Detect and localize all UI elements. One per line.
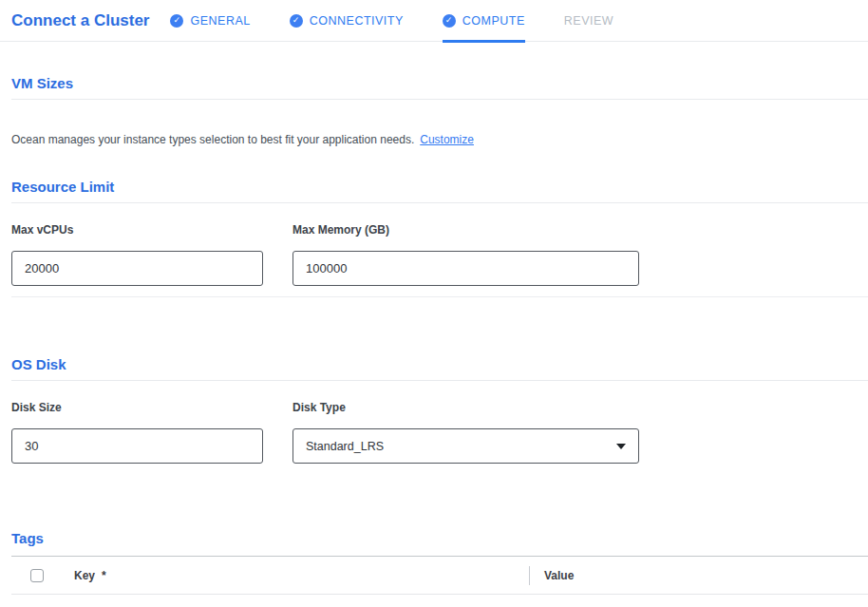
customize-link[interactable]: Customize xyxy=(420,133,474,146)
tab-review[interactable]: REVIEW xyxy=(564,0,613,42)
tags-section: Tags Key * Value xyxy=(11,530,868,595)
max-memory-label: Max Memory (GB) xyxy=(292,223,639,237)
vm-sizes-heading: VM Sizes xyxy=(11,75,868,92)
divider xyxy=(11,296,868,297)
page-title: Connect a Cluster xyxy=(11,11,149,30)
tags-table-header: Key * Value xyxy=(11,556,868,595)
select-all-checkbox[interactable] xyxy=(30,569,44,582)
value-column-header: Value xyxy=(544,569,574,582)
disk-type-select[interactable]: Standard_LRS xyxy=(292,428,639,464)
resource-limit-section: Resource Limit Max vCPUs Max Memory (GB) xyxy=(11,179,868,297)
max-vcpus-label: Max vCPUs xyxy=(11,223,263,237)
tags-heading: Tags xyxy=(11,530,868,547)
disk-size-input[interactable] xyxy=(11,428,263,464)
disk-type-selected-value: Standard_LRS xyxy=(306,440,384,453)
chevron-down-icon xyxy=(616,444,626,449)
check-circle-icon xyxy=(170,14,183,28)
vm-sizes-description: Ocean manages your instance types select… xyxy=(11,133,868,146)
check-circle-icon xyxy=(443,14,456,28)
vm-sizes-section: VM Sizes Ocean manages your instance typ… xyxy=(11,75,868,146)
compute-step-content: VM Sizes Ocean manages your instance typ… xyxy=(0,75,868,595)
divider xyxy=(11,202,868,203)
tab-general[interactable]: GENERAL xyxy=(170,0,250,42)
os-disk-section: OS Disk Disk Size Disk Type Standard_LRS xyxy=(11,356,868,464)
tab-compute-label: COMPUTE xyxy=(462,14,525,28)
os-disk-heading: OS Disk xyxy=(11,356,868,373)
vm-sizes-description-text: Ocean manages your instance types select… xyxy=(11,133,414,146)
divider xyxy=(11,380,868,381)
max-vcpus-input[interactable] xyxy=(11,251,263,286)
tab-connectivity-label: CONNECTIVITY xyxy=(310,14,404,28)
tab-review-label: REVIEW xyxy=(564,14,613,28)
tab-general-label: GENERAL xyxy=(190,14,250,28)
wizard-tabs: GENERAL CONNECTIVITY COMPUTE REVIEW xyxy=(170,0,652,42)
key-column-header: Key xyxy=(74,569,95,582)
wizard-header: Connect a Cluster GENERAL CONNECTIVITY C… xyxy=(0,0,868,42)
resource-limit-heading: Resource Limit xyxy=(11,179,868,196)
disk-size-label: Disk Size xyxy=(11,401,263,415)
tab-compute[interactable]: COMPUTE xyxy=(443,0,525,42)
required-asterisk: * xyxy=(102,569,106,582)
check-circle-icon xyxy=(290,14,303,28)
divider xyxy=(11,99,868,100)
max-memory-input[interactable] xyxy=(292,251,639,286)
tab-connectivity[interactable]: CONNECTIVITY xyxy=(290,0,404,42)
disk-type-label: Disk Type xyxy=(292,401,639,415)
